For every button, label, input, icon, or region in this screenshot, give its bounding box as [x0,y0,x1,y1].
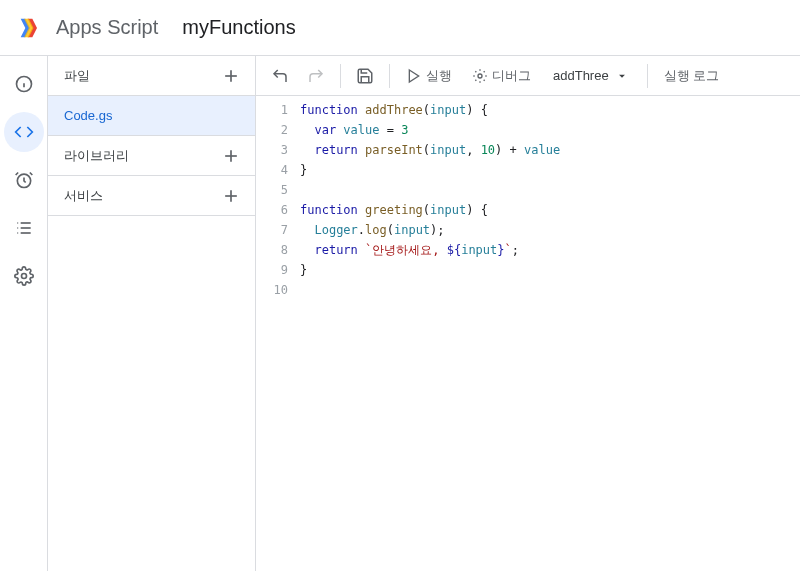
function-select[interactable]: addThree [543,68,639,83]
add-service-button[interactable] [215,180,247,212]
nav-triggers[interactable] [4,160,44,200]
nav-overview[interactable] [4,64,44,104]
files-header: 파일 [48,56,255,96]
chevron-down-icon [615,69,629,83]
project-title[interactable]: myFunctions [182,16,295,39]
line-gutter: 12345678910 [256,96,300,571]
execution-log-button[interactable]: 실행 로그 [656,60,728,92]
svg-point-10 [21,274,26,279]
nav-editor[interactable] [4,112,44,152]
run-label: 실행 [426,67,452,85]
toolbar-separator [647,64,648,88]
files-label: 파일 [64,67,90,85]
file-item[interactable]: Code.gs [48,96,255,136]
services-header: 서비스 [48,176,255,216]
nav-executions[interactable] [4,208,44,248]
function-selected-label: addThree [553,68,609,83]
nav-settings[interactable] [4,256,44,296]
left-nav [0,56,48,571]
apps-script-logo-icon [16,14,44,42]
debug-button[interactable]: 디버그 [464,60,539,92]
svg-point-18 [478,74,482,78]
libraries-header: 라이브러리 [48,136,255,176]
add-file-button[interactable] [215,60,247,92]
header: Apps Script myFunctions [0,0,800,56]
execution-log-label: 실행 로그 [664,67,720,85]
redo-button[interactable] [300,60,332,92]
toolbar-separator [389,64,390,88]
debug-label: 디버그 [492,67,531,85]
undo-button[interactable] [264,60,296,92]
toolbar: 실행 디버그 addThree 실행 로그 [256,56,800,96]
main: 실행 디버그 addThree 실행 로그 12345678910 functi… [256,56,800,571]
sidebar: 파일 Code.gs 라이브러리 서비스 [48,56,256,571]
code-editor[interactable]: 12345678910 function addThree(input) { v… [256,96,800,571]
app-title: Apps Script [56,16,158,39]
services-label: 서비스 [64,187,103,205]
run-button[interactable]: 실행 [398,60,460,92]
svg-marker-17 [409,70,418,82]
toolbar-separator [340,64,341,88]
add-library-button[interactable] [215,140,247,172]
code-content[interactable]: function addThree(input) { var value = 3… [300,96,800,571]
libraries-label: 라이브러리 [64,147,129,165]
save-button[interactable] [349,60,381,92]
